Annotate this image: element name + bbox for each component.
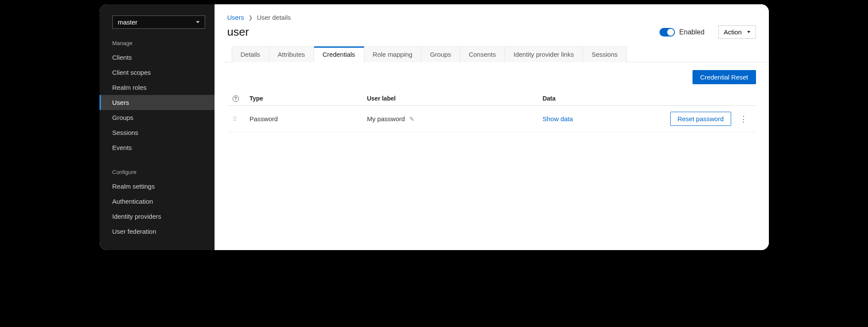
tab-groups[interactable]: Groups <box>421 46 460 62</box>
sidebar-item-identity-providers[interactable]: Identity providers <box>100 209 215 224</box>
sidebar-item-client-scopes[interactable]: Client scopes <box>100 65 215 80</box>
kebab-menu-icon[interactable]: ⋮ <box>736 114 751 124</box>
main-content: Users ❯ User details user Enabled Action… <box>215 4 769 250</box>
page-title: user <box>227 25 660 39</box>
tab-details[interactable]: Details <box>232 46 269 62</box>
credentials-table: ? Type User label Data ⠿ Password My pas… <box>227 91 756 132</box>
sidebar: master Manage Clients Client scopes Real… <box>100 4 215 250</box>
credentials-toolbar: Credential Reset <box>215 62 769 91</box>
show-data-link[interactable]: Show data <box>542 115 573 122</box>
tab-consents[interactable]: Consents <box>460 46 505 62</box>
sidebar-item-sessions[interactable]: Sessions <box>100 125 215 140</box>
col-type: Type <box>245 91 362 106</box>
sidebar-item-clients[interactable]: Clients <box>100 50 215 65</box>
sidebar-item-groups[interactable]: Groups <box>100 110 215 125</box>
sidebar-item-realm-settings[interactable]: Realm settings <box>100 179 215 194</box>
tab-sessions[interactable]: Sessions <box>583 46 627 62</box>
action-label: Action <box>724 28 742 36</box>
enabled-toggle[interactable] <box>659 28 675 37</box>
tab-role-mapping[interactable]: Role mapping <box>364 46 422 62</box>
app-window: master Manage Clients Client scopes Real… <box>100 4 769 250</box>
chevron-down-icon <box>196 21 200 23</box>
chevron-down-icon <box>747 31 750 33</box>
sidebar-section-configure: Configure <box>100 164 215 179</box>
sidebar-section-manage: Manage <box>100 35 215 50</box>
table-row: ⠿ Password My password ✎ Show data Reset… <box>227 106 756 132</box>
sidebar-item-users[interactable]: Users <box>100 95 215 110</box>
reset-password-button[interactable]: Reset password <box>670 112 731 126</box>
cell-type: Password <box>245 106 362 132</box>
chevron-right-icon: ❯ <box>248 15 253 21</box>
sidebar-item-events[interactable]: Events <box>100 140 215 155</box>
tab-bar: Details Attributes Credentials Role mapp… <box>223 46 769 62</box>
enabled-label: Enabled <box>679 28 705 36</box>
page-header: user Enabled Action <box>215 24 769 46</box>
help-icon[interactable]: ? <box>233 95 239 102</box>
sidebar-item-authentication[interactable]: Authentication <box>100 194 215 209</box>
realm-selector-value: master <box>118 18 138 26</box>
tab-idp-links[interactable]: Identity provider links <box>505 46 583 62</box>
cell-user-label: My password <box>367 115 405 122</box>
realm-selector[interactable]: master <box>112 15 205 29</box>
credential-reset-button[interactable]: Credential Reset <box>693 70 756 84</box>
breadcrumb: Users ❯ User details <box>215 4 769 24</box>
tab-credentials[interactable]: Credentials <box>314 46 364 62</box>
col-user-label: User label <box>362 91 537 106</box>
sidebar-item-user-federation[interactable]: User federation <box>100 224 215 239</box>
breadcrumb-current: User details <box>257 14 291 21</box>
edit-icon[interactable]: ✎ <box>409 116 414 122</box>
col-data: Data <box>537 91 661 106</box>
breadcrumb-users-link[interactable]: Users <box>227 14 244 21</box>
tab-attributes[interactable]: Attributes <box>269 46 314 62</box>
sidebar-item-realm-roles[interactable]: Realm roles <box>100 80 215 95</box>
action-dropdown[interactable]: Action <box>718 25 756 39</box>
drag-handle-icon[interactable]: ⠿ <box>233 116 236 122</box>
